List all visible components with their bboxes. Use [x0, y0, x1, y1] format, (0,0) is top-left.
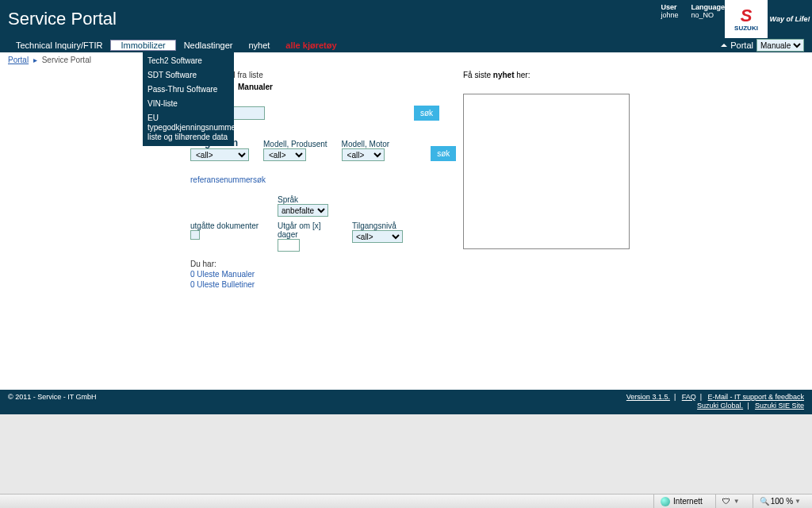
- tilgang-label: Tilgangsnivå: [352, 221, 403, 230]
- produsent-label: Modell, Produsent: [263, 140, 327, 148]
- produsent-select[interactable]: <all>: [263, 148, 306, 161]
- chevron-down-icon: ▼: [733, 498, 740, 505]
- dropdown-vinliste[interactable]: VIN-liste: [143, 97, 234, 111]
- reference-search-link[interactable]: referansenummersøk: [190, 175, 266, 184]
- zoom-value: 100 %: [771, 497, 793, 506]
- breadcrumb-separator-icon: ▸: [33, 56, 37, 64]
- footer-sie[interactable]: Suzuki SIE Site: [755, 402, 804, 410]
- nedlastinger-dropdown: Tech2 Software SDT Software Pass-Thru So…: [143, 52, 234, 146]
- news-suffix: her:: [516, 71, 530, 79]
- search-button-2[interactable]: søk: [431, 146, 456, 161]
- brand-text: SUZUKI: [734, 25, 758, 32]
- footer: © 2011 - Service - IT GmbH Version 3.1.5…: [0, 390, 812, 414]
- brand-logo: S SUZUKI: [725, 0, 768, 38]
- days-input[interactable]: [278, 239, 300, 252]
- user-label: User: [661, 3, 676, 11]
- portal-select[interactable]: Manualer: [756, 39, 804, 52]
- main-nav: Technical Inquiry/FTIR Immobilizer Nedla…: [0, 38, 812, 52]
- footer-global[interactable]: Suzuki Global.: [697, 402, 743, 410]
- breadcrumb-current: Service Portal: [42, 56, 91, 64]
- content-area: r velg modell fra liste ry for aktuell M…: [0, 67, 812, 289]
- dropdown-sdt[interactable]: SDT Software: [143, 68, 234, 83]
- motor-label: Modell, Motor: [342, 140, 390, 148]
- collapse-arrow-icon[interactable]: [721, 44, 727, 47]
- shield-dropdown-icon: 🛡: [722, 497, 730, 506]
- browser-chrome-gap: [0, 414, 812, 494]
- tilgang-select[interactable]: <all>: [352, 230, 403, 243]
- breadcrumb: Portal ▸ Service Portal: [0, 52, 812, 67]
- sprak-select[interactable]: anbefalte: [278, 204, 328, 217]
- help-line-2-bold: Manualer: [238, 83, 273, 91]
- status-internett: Internett: [673, 497, 703, 506]
- browser-statusbar: Internett 🛡 ▼ 🔍 100 % ▼: [0, 494, 812, 508]
- dropdown-tech2[interactable]: Tech2 Software: [143, 54, 234, 68]
- zoom-icon: 🔍: [760, 497, 769, 506]
- status-zone[interactable]: Internett: [653, 495, 709, 508]
- nav-alle-kjoeretoy[interactable]: alle kjøretøy: [278, 40, 344, 50]
- portal-label: Portal: [730, 40, 753, 50]
- breadcrumb-portal[interactable]: Portal: [8, 56, 29, 64]
- footer-email[interactable]: E-Mail - IT support & feedback: [708, 393, 804, 401]
- unread-manuals[interactable]: 0 Uleste Manualer: [190, 270, 634, 279]
- motor-select[interactable]: <all>: [342, 148, 385, 161]
- duhar-label: Du har:: [190, 260, 634, 268]
- dropdown-eu-type[interactable]: EU typegodkjenningsnummer liste og tilhø…: [143, 111, 234, 144]
- utgatte-checkbox[interactable]: [190, 230, 200, 240]
- user-lang-block: User johne Language no_NO: [661, 3, 725, 19]
- utgar-label: Utgår om [x] dager: [278, 221, 338, 239]
- sprak-label: Språk: [278, 195, 328, 204]
- news-box[interactable]: [463, 94, 630, 249]
- salgsnavn-select[interactable]: <all>: [190, 148, 249, 161]
- footer-faq[interactable]: FAQ: [682, 393, 696, 401]
- news-prefix: Få siste: [463, 71, 491, 79]
- news-pane: Få siste nyhet her:: [463, 71, 630, 249]
- chevron-down-icon: ▼: [795, 498, 801, 505]
- language-value: no_NO: [691, 11, 714, 19]
- footer-copyright: © 2011 - Service - IT GmbH: [8, 393, 97, 401]
- footer-version[interactable]: Version 3.1.5.: [626, 393, 670, 401]
- nav-technical[interactable]: Technical Inquiry/FTIR: [8, 40, 110, 50]
- search-button-1[interactable]: søk: [414, 106, 439, 121]
- nav-immobilizer[interactable]: Immobilizer: [110, 40, 175, 51]
- globe-icon: [661, 497, 670, 506]
- page-title: Service Portal: [8, 9, 117, 29]
- header: Service Portal User johne Language no_NO…: [0, 0, 812, 38]
- unread-bulletins[interactable]: 0 Uleste Bulletiner: [190, 280, 634, 289]
- status-protected-mode[interactable]: 🛡 ▼: [715, 495, 746, 508]
- news-bold: nyhet: [493, 71, 515, 79]
- brand-tagline: Way of Life!: [768, 0, 812, 38]
- utgatte-label: utgåtte dokumenter: [190, 221, 263, 230]
- language-label: Language: [691, 3, 725, 11]
- user-value: johne: [661, 11, 678, 19]
- nav-nyhet[interactable]: nyhet: [240, 40, 278, 50]
- status-zoom[interactable]: 🔍 100 % ▼: [753, 495, 807, 508]
- dropdown-passthru[interactable]: Pass-Thru Software: [143, 83, 234, 97]
- you-have-block: Du har: 0 Uleste Manualer 0 Uleste Bulle…: [190, 260, 634, 289]
- nav-nedlastinger[interactable]: Nedlastinger: [176, 40, 241, 50]
- suzuki-s-icon: S: [741, 7, 753, 25]
